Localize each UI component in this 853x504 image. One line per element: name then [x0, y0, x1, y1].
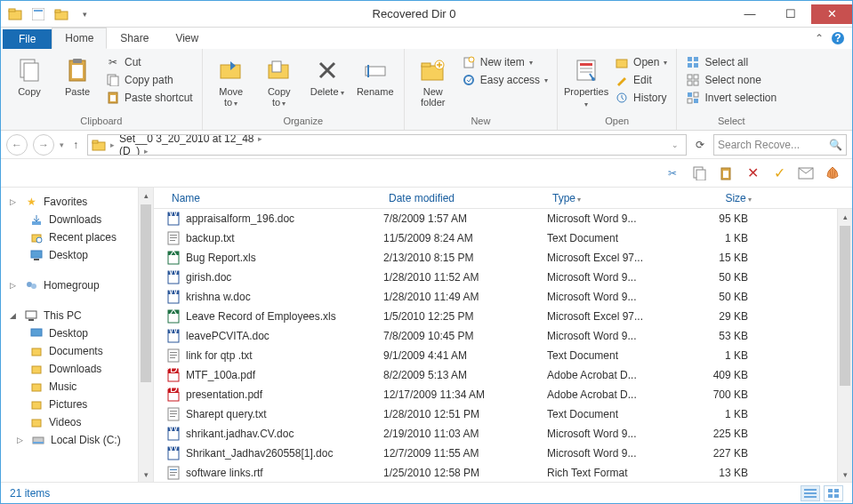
help-icon[interactable]: ?	[831, 31, 845, 45]
file-size: 95 KB	[659, 212, 748, 225]
file-icon	[166, 466, 181, 480]
new-folder-button[interactable]: New folder	[412, 52, 455, 108]
recent-locations-button[interactable]: ▾	[60, 140, 64, 149]
sidebar-item-downloads[interactable]: Downloads	[1, 211, 153, 228]
delete-button[interactable]: Delete	[306, 52, 349, 98]
invert-selection-button[interactable]: Invert selection	[684, 90, 778, 106]
history-button[interactable]: History	[613, 90, 669, 106]
sidebar-item-local-disk-c-[interactable]: ▷Local Disk (C:)	[1, 431, 153, 449]
svg-rect-70	[33, 442, 44, 444]
sidebar-item-music[interactable]: Music	[1, 378, 153, 396]
tool-check-icon[interactable]: ✓	[770, 164, 788, 182]
file-row[interactable]: Wkrishna w.doc1/28/2010 11:49 AMMicrosof…	[154, 287, 852, 307]
file-row[interactable]: link for qtp .txt9/1/2009 4:41 AMText Do…	[154, 346, 852, 365]
cut-button[interactable]: ✂Cut	[104, 54, 195, 70]
file-row[interactable]: Wappraisalform_196.doc7/8/2009 1:57 AMMi…	[154, 209, 852, 228]
file-size: 50 KB	[659, 271, 748, 284]
copy-path-icon	[106, 73, 120, 87]
move-to-button[interactable]: Move to	[210, 52, 253, 108]
file-icon: W	[166, 270, 181, 284]
view-tab[interactable]: View	[162, 28, 212, 49]
col-date[interactable]: Date modified	[383, 192, 547, 204]
nav-scrollbar[interactable]: ▴ ▾	[138, 188, 153, 482]
file-row[interactable]: PDFMTF_100a.pdf8/2/2009 5:13 AMAdobe Acr…	[154, 365, 852, 385]
close-button[interactable]: ✕	[811, 4, 852, 24]
minimize-button[interactable]: —	[729, 4, 770, 24]
search-input[interactable]: Search Recove... 🔍	[713, 134, 847, 156]
svg-rect-105	[170, 413, 177, 414]
select-none-button[interactable]: Select none	[684, 72, 778, 88]
rename-button[interactable]: Rename	[354, 52, 397, 97]
select-all-button[interactable]: Select all	[684, 54, 778, 70]
paste-button[interactable]: Paste	[56, 52, 99, 97]
minimize-ribbon-icon[interactable]: ⌃	[815, 32, 824, 44]
file-row[interactable]: software links.rtf1/25/2010 12:58 PMRich…	[154, 463, 852, 482]
sidebar-item-recent-places[interactable]: Recent places	[1, 228, 153, 246]
breadcrumb[interactable]: Set__0 3_20_2010 at 12_48▸	[119, 134, 265, 145]
select-all-icon	[686, 55, 700, 69]
back-button[interactable]: ←	[6, 134, 28, 156]
svg-rect-68	[32, 420, 41, 427]
svg-rect-38	[694, 63, 698, 68]
file-row[interactable]: PDFpresentation.pdf12/17/2009 11:34 AMAd…	[154, 385, 852, 404]
qat-properties-icon[interactable]	[29, 5, 47, 23]
tool-shell-icon[interactable]	[824, 164, 841, 182]
qat-newfolder-icon[interactable]	[52, 5, 70, 23]
details-view-button[interactable]	[801, 485, 820, 501]
copy-path-button[interactable]: Copy path	[104, 72, 195, 88]
address-bar[interactable]: ▸ 12_15_2014 5_01_21 PM▸Set__0 3_20_2010…	[87, 134, 687, 156]
sidebar-item-documents[interactable]: Documents	[1, 342, 153, 360]
file-row[interactable]: Wgirish.doc1/28/2010 11:52 AMMicrosoft W…	[154, 268, 852, 287]
search-icon: 🔍	[829, 139, 842, 151]
new-item-button[interactable]: New item	[460, 54, 550, 70]
thispc-header[interactable]: ◢This PC	[1, 307, 153, 324]
file-row[interactable]: Wshrikant.jadhav.CV.doc2/19/2010 11:03 A…	[154, 424, 852, 444]
col-type[interactable]: Type	[547, 192, 659, 204]
file-tab[interactable]: File	[3, 29, 52, 49]
forward-button[interactable]: →	[33, 134, 54, 156]
tool-paste-icon[interactable]	[717, 164, 735, 182]
navigation-pane: ▷★Favorites DownloadsRecent placesDeskto…	[1, 188, 154, 482]
refresh-button[interactable]: ⟳	[692, 139, 708, 151]
open-button[interactable]: Open	[613, 54, 669, 70]
sidebar-item-desktop[interactable]: Desktop	[1, 324, 153, 342]
tool-delete-icon[interactable]: ✕	[744, 164, 761, 182]
properties-button[interactable]: Properties	[565, 52, 608, 109]
paste-shortcut-button[interactable]: Paste shortcut	[104, 90, 195, 106]
address-dropdown-icon[interactable]: ⌄	[668, 140, 682, 149]
copy-to-button[interactable]: Copy to	[258, 52, 301, 108]
maximize-button[interactable]: ☐	[770, 4, 811, 24]
icons-view-button[interactable]	[824, 485, 843, 501]
favorites-header[interactable]: ▷★Favorites	[1, 193, 153, 211]
share-tab[interactable]: Share	[107, 28, 162, 49]
sidebar-item-desktop[interactable]: Desktop	[1, 246, 153, 264]
file-row[interactable]: WleavePCVITA.doc7/8/2009 10:45 PMMicroso…	[154, 326, 852, 346]
files-scrollbar[interactable]: ▴ ▾	[837, 209, 852, 482]
tool-mail-icon[interactable]	[797, 164, 815, 182]
sidebar-item-pictures[interactable]: Pictures	[1, 396, 153, 413]
sidebar-item-videos[interactable]: Videos	[1, 413, 153, 431]
svg-text:?: ?	[834, 32, 841, 44]
col-size[interactable]: Size	[659, 192, 757, 204]
home-tab[interactable]: Home	[52, 28, 107, 49]
nav-icon	[29, 397, 44, 412]
tool-copy-icon[interactable]	[690, 164, 708, 182]
sidebar-item-downloads[interactable]: Downloads	[1, 360, 153, 378]
homegroup-header[interactable]: ▷Homegroup	[1, 276, 153, 294]
nav-icon	[29, 415, 44, 429]
col-name[interactable]: Name	[166, 192, 383, 204]
easy-access-button[interactable]: Easy access	[460, 72, 550, 88]
file-row[interactable]: WShrikant_Jadhav260558[1].doc12/7/2009 1…	[154, 444, 852, 463]
tool-cut-icon[interactable]: ✂	[664, 164, 681, 182]
file-row[interactable]: XBug Report.xls2/13/2010 8:15 PMMicrosof…	[154, 248, 852, 268]
file-row[interactable]: Sharept query.txt1/28/2010 12:51 PMText …	[154, 404, 852, 424]
edit-button[interactable]: Edit	[613, 72, 669, 88]
qat-dropdown-icon[interactable]: ▾	[76, 5, 93, 23]
up-button[interactable]: ↑	[69, 139, 82, 151]
file-date: 1/28/2010 11:49 AM	[383, 291, 547, 303]
breadcrumb[interactable]: (D_)▸	[119, 145, 265, 156]
svg-rect-52	[723, 171, 728, 178]
file-row[interactable]: backup.txt11/5/2009 8:24 AMText Document…	[154, 228, 852, 248]
file-row[interactable]: XLeave Record of Employees.xls1/5/2010 1…	[154, 307, 852, 326]
copy-button[interactable]: Copy	[8, 52, 51, 97]
